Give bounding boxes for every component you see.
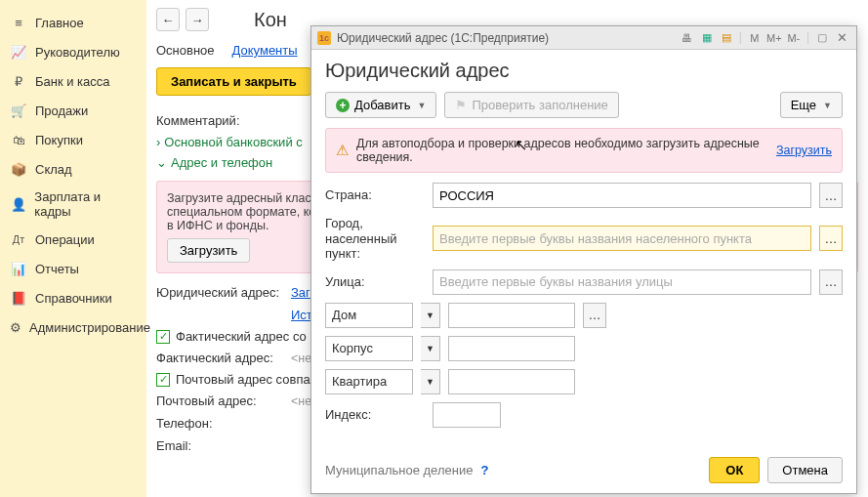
nav-back-button[interactable]: ← (156, 8, 180, 31)
fact-address-label: Фактический адрес: (156, 351, 283, 365)
cart-icon: 🛒 (10, 102, 27, 119)
sidebar-item-admin[interactable]: ⚙Администрирование (0, 312, 146, 342)
modal-heading: Юридический адрес (325, 60, 843, 82)
tab-main[interactable]: Основное (156, 43, 215, 58)
house-input[interactable] (448, 303, 575, 328)
modal-title: Юридический адрес (1С:Предприятие) (337, 31, 549, 45)
ok-button[interactable]: ОК (709, 457, 760, 483)
fact-address-chk-label: Фактический адрес со (176, 329, 307, 344)
flat-input[interactable] (448, 369, 575, 394)
app-logo-icon: 1c (317, 31, 331, 45)
street-label: Улица: (325, 274, 425, 290)
sidebar-label: Зарплата и кадры (34, 189, 137, 219)
corpus-input[interactable] (448, 336, 575, 361)
sidebar-label: Отчеты (35, 262, 79, 276)
check-fill-button[interactable]: ⚑ Проверить заполнение (444, 92, 618, 118)
country-input[interactable] (433, 183, 811, 208)
post-address-checkbox[interactable]: ✓ (156, 373, 170, 387)
tab-documents[interactable]: Документы (232, 43, 298, 58)
city-select-button[interactable]: … (819, 226, 843, 251)
warning-icon: ⚠ (336, 142, 349, 159)
house-select-button[interactable]: … (583, 303, 606, 328)
money-icon: ₽ (10, 72, 27, 90)
nav-forward-button[interactable]: → (186, 8, 209, 31)
calculator-icon[interactable]: ▤ (718, 30, 735, 46)
load-classifier-button[interactable]: Загрузить (167, 238, 250, 263)
chart-icon: 📈 (10, 43, 27, 61)
memory-mminus-button[interactable]: М- (785, 30, 803, 46)
collapse-icon: ⌄ (156, 155, 167, 170)
caret-down-icon[interactable]: ▼ (421, 369, 440, 394)
page-title: Кон (254, 9, 287, 31)
comment-label: Комментарий: (156, 113, 283, 128)
box-icon: 📦 (10, 160, 27, 178)
sidebar-nav: ≡Главное 📈Руководителю ₽Банк и касса 🛒Пр… (0, 0, 146, 497)
sidebar-item-manager[interactable]: 📈Руководителю (0, 37, 146, 66)
sidebar-item-stock[interactable]: 📦Склад (0, 154, 146, 184)
modal-footer: Муниципальное деление ? ОК Отмена (311, 447, 856, 493)
sidebar-label: Руководителю (35, 45, 120, 60)
plus-icon: + (336, 99, 350, 112)
legal-address-modal: 1c Юридический адрес (1С:Предприятие) 🖶 … (310, 25, 857, 494)
add-button[interactable]: + Добавить ▼ (325, 92, 436, 118)
sidebar-item-operations[interactable]: ДтОперации (0, 225, 146, 254)
municipal-label: Муниципальное деление (325, 463, 473, 477)
street-select-button[interactable]: … (819, 269, 843, 295)
print-icon[interactable]: 🖶 (679, 30, 696, 46)
warning-box: ⚠ Для автоподбора и проверки адресов нео… (325, 128, 843, 173)
more-button[interactable]: Еще ▼ (780, 92, 843, 118)
memory-mplus-button[interactable]: М+ (765, 30, 783, 46)
fact-address-checkbox[interactable]: ✓ (156, 330, 170, 344)
sidebar-label: Покупки (35, 133, 83, 147)
flat-type-select[interactable]: Квартира (325, 369, 413, 394)
gear-icon: ⚙ (10, 318, 21, 336)
phone-label: Телефон: (156, 416, 283, 431)
help-icon[interactable]: ? (480, 463, 488, 477)
book-icon: 📕 (10, 289, 27, 307)
index-label: Индекс: (325, 407, 425, 423)
modal-titlebar[interactable]: 1c Юридический адрес (1С:Предприятие) 🖶 … (311, 26, 856, 50)
expand-icon: › (156, 135, 160, 149)
city-input[interactable] (433, 226, 811, 251)
close-button[interactable]: ✕ (833, 30, 850, 46)
caret-down-icon: ▼ (417, 101, 426, 110)
sidebar-item-sales[interactable]: 🛒Продажи (0, 96, 146, 125)
caret-down-icon[interactable]: ▼ (421, 303, 440, 328)
house-type-select[interactable]: Дом (325, 303, 413, 328)
save-close-button[interactable]: Записать и закрыть (156, 67, 311, 96)
ops-icon: Дт (10, 230, 27, 248)
memory-m-button[interactable]: М (746, 30, 764, 46)
calendar-icon[interactable]: ▦ (698, 30, 716, 46)
corpus-type-select[interactable]: Корпус (325, 336, 413, 361)
country-label: Страна: (325, 187, 425, 203)
bag-icon: 🛍 (10, 131, 27, 148)
email-label: Email: (156, 438, 283, 453)
menu-icon: ≡ (10, 14, 27, 31)
legal-address-label: Юридический адрес: (156, 285, 283, 300)
sidebar-item-purchases[interactable]: 🛍Покупки (0, 125, 146, 154)
index-input[interactable] (433, 402, 501, 428)
cancel-button[interactable]: Отмена (767, 457, 843, 483)
minimize-button[interactable]: ▢ (813, 30, 831, 46)
warning-load-link[interactable]: Загрузить (776, 144, 832, 157)
post-address-label: Почтовый адрес: (156, 393, 283, 408)
sidebar-label: Банк и касса (35, 74, 110, 89)
sidebar-label: Склад (35, 162, 72, 177)
sidebar-item-bank[interactable]: ₽Банк и касса (0, 66, 146, 96)
street-input[interactable] (433, 269, 811, 295)
sidebar-item-reports[interactable]: 📊Отчеты (0, 254, 146, 283)
legal-address-edit-link[interactable]: Заг (291, 285, 310, 300)
sidebar-label: Справочники (35, 291, 112, 306)
caret-down-icon[interactable]: ▼ (421, 336, 440, 361)
sidebar-label: Администрирование (29, 320, 150, 335)
sidebar-item-main[interactable]: ≡Главное (0, 8, 146, 37)
sidebar-label: Главное (35, 16, 84, 30)
sidebar-item-hr[interactable]: 👤Зарплата и кадры (0, 184, 146, 225)
person-icon: 👤 (10, 195, 26, 213)
country-select-button[interactable]: … (819, 183, 843, 208)
warning-text: Для автоподбора и проверки адресов необх… (356, 137, 768, 164)
sidebar-label: Операции (35, 232, 95, 247)
sidebar-item-directories[interactable]: 📕Справочники (0, 283, 146, 312)
bars-icon: 📊 (10, 260, 27, 277)
flag-icon: ⚑ (455, 98, 467, 112)
